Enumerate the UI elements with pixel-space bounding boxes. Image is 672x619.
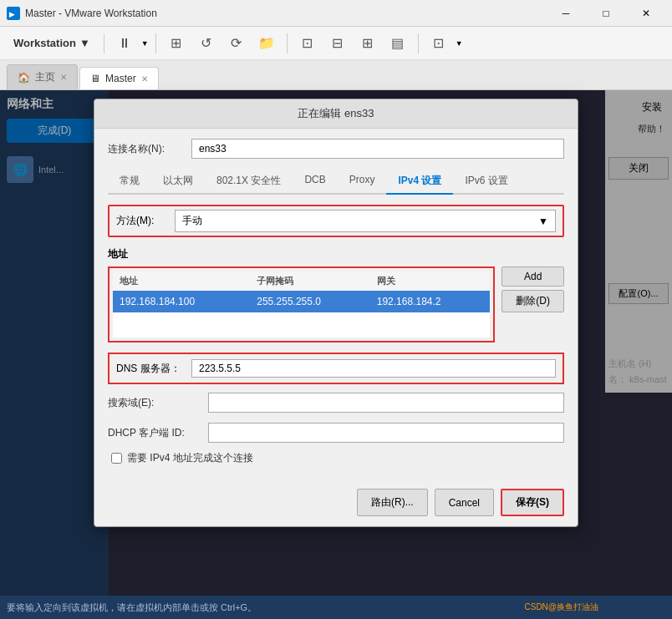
tab-ipv4[interactable]: IPv4 设置 [386, 169, 453, 195]
address-table: 地址 子网掩码 网关 192.168.184.100 255.255.255.0… [113, 271, 490, 312]
tab-master-close[interactable]: ✕ [141, 74, 148, 84]
add-address-btn[interactable]: Add [501, 266, 564, 287]
ipv4-required-row: 需要 IPv4 地址完成这个连接 [108, 451, 564, 465]
toolbar: Workstation ▼ ⏸ ▼ ⊞ ↺ ⟳ 📁 ⊡ ⊟ ⊞ ▤ ⊡ ▼ [0, 27, 672, 60]
workstation-label: Workstation [13, 37, 76, 49]
dns-field: DNS 服务器： [108, 353, 564, 384]
toolbar-separator-2 [155, 33, 156, 53]
method-value: 手动 [182, 214, 202, 228]
connection-name-field: 连接名称(N): [108, 139, 564, 159]
close-btn[interactable]: ✕ [627, 0, 665, 27]
title-bar: ▶ Master - VMware Workstation ─ □ ✕ [0, 0, 672, 27]
edit-connection-dialog: 正在编辑 ens33 连接名称(N): 常规 以太网 802.1X 安全性 DC… [94, 99, 578, 527]
delete-address-btn[interactable]: 删除(D) [501, 290, 564, 312]
dhcp-label: DHCP 客户端 ID: [108, 426, 208, 440]
address-section-label: 地址 [108, 247, 564, 261]
tab-ethernet[interactable]: 以太网 [151, 169, 205, 195]
dhcp-input[interactable] [208, 423, 564, 443]
workstation-menu[interactable]: Workstation ▼ [7, 33, 97, 53]
vm-icon: 🖥 [90, 73, 100, 84]
tab-home-close[interactable]: ✕ [60, 73, 67, 82]
search-domain-label: 搜索域(E): [108, 396, 208, 410]
minimize-btn[interactable]: ─ [547, 0, 585, 27]
address-buttons: Add 删除(D) [501, 266, 564, 312]
address-section: 地址 子网掩码 网关 192.168.184.100 255.255.255.0… [108, 266, 564, 353]
revert-btn[interactable]: ⟳ [223, 30, 250, 57]
method-select[interactable]: 手动 ▼ [175, 210, 556, 232]
dialog-footer: 路由(R)... Cancel 保存(S) [94, 482, 578, 526]
routes-btn[interactable]: 路由(R)... [357, 489, 428, 516]
cancel-btn[interactable]: Cancel [435, 489, 494, 516]
suspend-btn[interactable]: 📁 [253, 30, 280, 57]
dialog-overlay: 正在编辑 ens33 连接名称(N): 常规 以太网 802.1X 安全性 DC… [0, 90, 672, 596]
method-label: 方法(M): [116, 214, 175, 228]
dns-label: DNS 服务器： [116, 362, 191, 376]
col-subnet: 子网掩码 [250, 271, 370, 291]
dropdown-arrow: ▼ [79, 37, 90, 49]
connection-name-input[interactable] [191, 139, 564, 159]
col-address: 地址 [113, 271, 250, 291]
method-dropdown-arrow: ▼ [538, 216, 548, 227]
tab-general[interactable]: 常规 [108, 169, 151, 195]
tab-proxy[interactable]: Proxy [338, 169, 387, 195]
tab-master-label: Master [105, 73, 136, 84]
watermark: CSDN@换鱼打油油 [525, 601, 599, 613]
search-domain-field: 搜索域(E): [108, 391, 564, 414]
dialog-title: 正在编辑 ens33 [94, 99, 578, 129]
tab-home-label: 主页 [35, 70, 55, 84]
subnet-cell: 255.255.255.0 [250, 291, 370, 312]
toolbar-separator-1 [104, 33, 104, 53]
window-controls: ─ □ ✕ [547, 0, 665, 27]
address-empty-area [113, 312, 490, 337]
toolbar-separator-3 [287, 33, 288, 53]
pause-dropdown[interactable]: ▼ [141, 39, 149, 48]
save-btn[interactable]: 保存(S) [501, 489, 564, 516]
col-gateway: 网关 [370, 271, 491, 291]
fullscreen-btn[interactable]: ⊡ [294, 30, 321, 57]
view-dropdown[interactable]: ▼ [456, 39, 463, 48]
svg-text:▶: ▶ [9, 10, 15, 18]
address-table-container: 地址 子网掩码 网关 192.168.184.100 255.255.255.0… [108, 266, 495, 342]
tab-home[interactable]: 🏠 主页 ✕ [7, 64, 78, 89]
address-cell: 192.168.184.100 [113, 291, 250, 312]
dialog-tabs: 常规 以太网 802.1X 安全性 DCB Proxy IPv4 设置 IPv6… [108, 169, 564, 195]
address-row[interactable]: 192.168.184.100 255.255.255.0 192.168.18… [113, 291, 490, 312]
connection-name-label: 连接名称(N): [108, 142, 191, 156]
tabs-bar: 🏠 主页 ✕ 🖥 Master ✕ [0, 60, 672, 90]
tab-master[interactable]: 🖥 Master ✕ [79, 67, 159, 89]
view-btn[interactable]: ⊡ [425, 30, 452, 57]
status-bar: 要将输入定向到该虚拟机，请在虚拟机内部单击或按 Ctrl+G。 CSDN@换鱼打… [0, 596, 672, 619]
maximize-btn[interactable]: □ [587, 0, 625, 27]
method-field: 方法(M): 手动 ▼ [108, 205, 564, 237]
dhcp-field: DHCP 客户端 ID: [108, 421, 564, 444]
pause-btn[interactable]: ⏸ [111, 30, 138, 57]
gateway-cell: 192.168.184.2 [370, 291, 491, 312]
search-domain-input[interactable] [208, 393, 564, 413]
main-area: 网络和主 完成(D) 🌐 Intel... 安装 帮助！ 关闭 配置(O)...… [0, 90, 672, 596]
tab-ipv6[interactable]: IPv6 设置 [453, 169, 519, 195]
toolbar-separator-4 [418, 33, 419, 53]
window-title: Master - VMware Workstation [25, 8, 547, 19]
tab-8021x[interactable]: 802.1X 安全性 [205, 169, 293, 195]
vm-settings-btn[interactable]: ⊞ [163, 30, 190, 57]
tab-dcb[interactable]: DCB [293, 169, 337, 195]
display-btn[interactable]: ⊞ [354, 30, 381, 57]
ipv4-required-checkbox[interactable] [111, 453, 122, 464]
unity-btn[interactable]: ⊟ [324, 30, 351, 57]
home-icon: 🏠 [18, 72, 30, 84]
console-btn[interactable]: ▤ [384, 30, 411, 57]
ipv4-required-label: 需要 IPv4 地址完成这个连接 [127, 451, 253, 465]
dns-input[interactable] [191, 359, 556, 378]
snapshot-btn[interactable]: ↺ [193, 30, 220, 57]
status-message: 要将输入定向到该虚拟机，请在虚拟机内部单击或按 Ctrl+G。 [7, 601, 257, 614]
app-icon: ▶ [7, 7, 20, 20]
dialog-content: 连接名称(N): 常规 以太网 802.1X 安全性 DCB Proxy IPv… [94, 129, 578, 482]
